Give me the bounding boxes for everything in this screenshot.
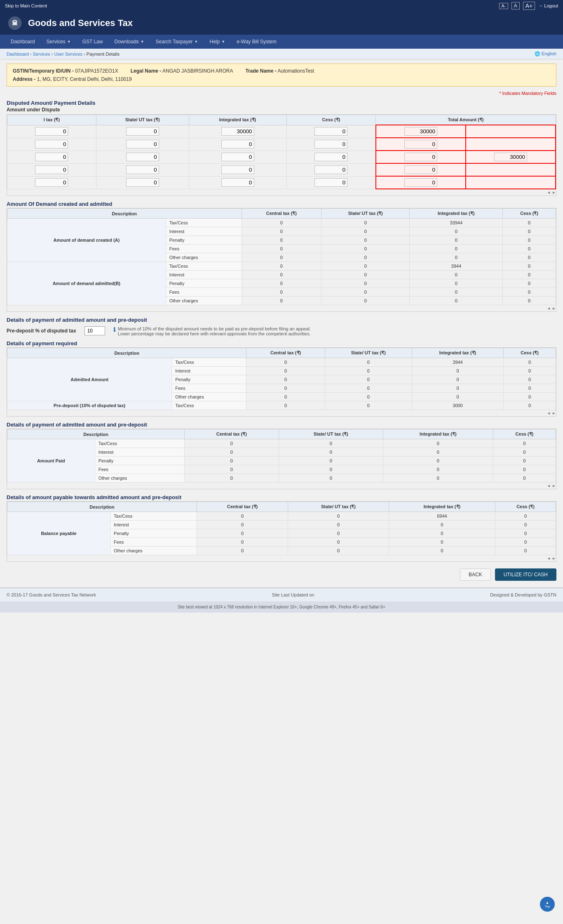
input-integrated-3[interactable] — [221, 153, 254, 161]
col-local-tax: l tax (₹) — [7, 115, 96, 125]
predeposit-row: Pre-deposit % of disputed tax ℹ Minimum … — [7, 326, 556, 336]
payment-required-title: Details of payment required — [7, 340, 556, 346]
demand-col-integrated: Integrated tax (₹) — [410, 209, 503, 219]
disputed-amount-table: l tax (₹) State/ UT tax (₹) Integrated t… — [7, 115, 556, 189]
back-button[interactable]: BACK — [460, 568, 491, 581]
breadcrumb-bar: Dashboard › Services › User Services › P… — [0, 49, 563, 59]
nav-help[interactable]: Help ▼ — [204, 35, 231, 49]
row-penalty-a: Penalty — [166, 236, 242, 245]
footer: © 2016-17 Goods and Services Tax Network… — [0, 587, 563, 601]
input-integrated-1[interactable] — [221, 127, 254, 136]
input-local-1[interactable] — [35, 127, 68, 136]
utilize-button[interactable]: UTILIZE ITC/ CASH — [495, 568, 556, 581]
footer-designed: Designed & Developed by GSTN — [490, 592, 556, 597]
disputed-amount-table-wrapper: l tax (₹) State/ UT tax (₹) Integrated t… — [7, 114, 556, 196]
taxpayer-info: GSTIN/Temporary ID/UIN - 07AJIPA1572EO1X… — [7, 64, 556, 87]
pr-col-central: Central tax (₹) — [246, 348, 325, 358]
row-taxcess-b: Tax/Cess — [166, 262, 242, 271]
nav-eway[interactable]: e-Way Bill System — [231, 35, 282, 49]
pa-col-central: Central tax (₹) — [184, 429, 279, 439]
input-cess-4[interactable] — [314, 165, 347, 174]
payment-admitted-table-wrapper: Description Central tax (₹) State/ UT ta… — [7, 429, 556, 489]
input-integrated-4[interactable] — [221, 165, 254, 174]
input-local-2[interactable] — [35, 140, 68, 148]
font-large[interactable]: A+ — [523, 2, 535, 10]
input-integrated-5[interactable] — [221, 178, 254, 187]
table-row: Pre-deposit (10% of disputed tax) Tax/Ce… — [7, 401, 556, 410]
breadcrumb-services[interactable]: Services — [33, 52, 50, 57]
breadcrumb-current: Payment Details — [87, 52, 120, 57]
input-total-2[interactable] — [404, 140, 437, 148]
button-row: BACK UTILIZE ITC/ CASH — [7, 568, 556, 581]
input-local-3[interactable] — [35, 153, 68, 161]
input-state-4[interactable] — [126, 165, 159, 174]
gstin-label: GSTIN/Temporary ID/UIN - 07AJIPA1572EO1X — [13, 68, 118, 74]
input-local-4[interactable] — [35, 165, 68, 174]
table-row: Admitted Amount Tax/Cess 0 0 3944 0 — [7, 358, 556, 367]
payment-required-table: Description Central tax (₹) State/ UT ta… — [7, 348, 556, 410]
top-bar: Skip to Main Content A- A A+ → Logout — [0, 0, 563, 12]
predeposit-note: ℹ Minimum of 10% of the disputed amount … — [113, 326, 319, 336]
pr-col-desc: Description — [7, 348, 246, 358]
balance-payable-table: Description Central tax (₹) State/ UT ta… — [7, 502, 556, 555]
nav-downloads[interactable]: Downloads ▼ — [108, 35, 150, 49]
demand-col-central: Central tax (₹) — [242, 209, 321, 219]
input-state-3[interactable] — [126, 153, 159, 161]
input-state-1[interactable] — [126, 127, 159, 136]
demand-col-state: State/ UT tax (₹) — [321, 209, 410, 219]
input-state-5[interactable] — [126, 178, 159, 187]
demand-col-cess: Cess (₹) — [503, 209, 556, 219]
input-cess-1[interactable] — [314, 127, 347, 136]
row-penalty-b: Penalty — [166, 279, 242, 288]
input-cess-3[interactable] — [314, 153, 347, 161]
footer-bottom: Site best viewed at 1024 x 768 resolutio… — [0, 601, 563, 613]
demand-col-desc: Description — [7, 209, 242, 219]
nav-gst-law[interactable]: GST Law — [77, 35, 109, 49]
row-interest-a: Interest — [166, 227, 242, 236]
predeposit-section-title: Details of payment of admitted amount an… — [7, 317, 556, 323]
breadcrumb-user-services[interactable]: User Services — [54, 52, 82, 57]
pa-col-integrated: Integrated tax (₹) — [383, 429, 493, 439]
input-local-5[interactable] — [35, 178, 68, 187]
table-row: Amount Paid Tax/Cess 0 0 0 0 — [7, 439, 556, 448]
input-cess-5[interactable] — [314, 178, 347, 187]
input-integrated-2[interactable] — [221, 140, 254, 148]
mandatory-note: * Indicates Mandatory Fields — [7, 91, 556, 96]
pr-col-cess: Cess (₹) — [504, 348, 556, 358]
font-small[interactable]: A- — [499, 3, 508, 9]
scroll-indicator: ◄ ► — [7, 190, 556, 195]
predeposit-label: Pre-deposit % of disputed tax — [7, 326, 76, 334]
input-total-5[interactable] — [404, 178, 437, 187]
breadcrumb-dashboard[interactable]: Dashboard — [7, 52, 29, 57]
pr-col-integrated: Integrated tax (₹) — [412, 348, 503, 358]
predeposit-input[interactable] — [84, 326, 105, 335]
language-selector[interactable]: 🌐 English — [535, 51, 556, 57]
input-total-1[interactable] — [404, 127, 437, 136]
input-cess-2[interactable] — [314, 140, 347, 148]
nav-dashboard[interactable]: Dashboard — [5, 35, 41, 49]
disputed-section-subtitle: Amount under Dispute — [7, 107, 556, 113]
input-total-4[interactable] — [404, 165, 437, 174]
bp-col-central: Central tax (₹) — [197, 502, 288, 512]
main-content: * Indicates Mandatory Fields Disputed Am… — [7, 91, 556, 562]
nav-services[interactable]: Services ▼ — [41, 35, 77, 49]
row-fees-b: Fees — [166, 288, 242, 297]
input-total-3[interactable] — [404, 153, 437, 161]
downloads-arrow: ▼ — [141, 40, 144, 44]
payment-required-table-wrapper: Description Central tax (₹) State/ UT ta… — [7, 347, 556, 417]
pa-col-desc: Description — [7, 429, 185, 439]
nav-search-taxpayer[interactable]: Search Taxpayer ▼ — [150, 35, 204, 49]
input-state-2[interactable] — [126, 140, 159, 148]
info-icon: ℹ — [113, 326, 115, 333]
row-other-a: Other charges — [166, 253, 242, 262]
disputed-section-title: Disputed Amount/ Payment Details — [7, 100, 556, 106]
skip-link[interactable]: Skip to Main Content — [5, 3, 47, 8]
header: 🏛 Goods and Services Tax — [0, 12, 563, 35]
col-state-ut: State/ UT tax (₹) — [96, 115, 189, 125]
demand-section-title: Amount Of Demand created and admitted — [7, 201, 556, 207]
gst-logo: 🏛 — [7, 15, 23, 31]
logout-button[interactable]: → Logout — [538, 3, 558, 8]
font-normal[interactable]: A — [511, 2, 520, 9]
group-label-balance: Balance payable — [7, 512, 110, 555]
input-total-3b[interactable] — [494, 153, 527, 161]
